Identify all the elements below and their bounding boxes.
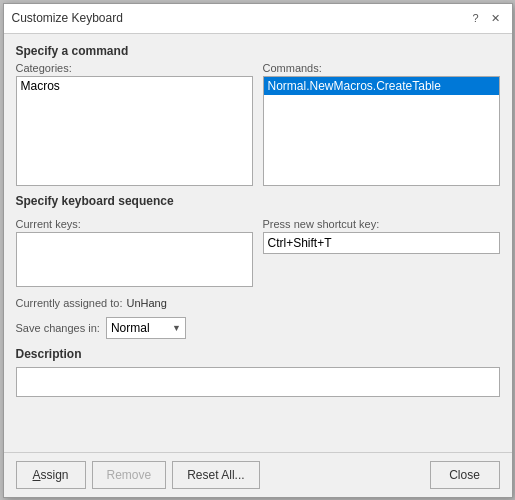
reset-all-button[interactable]: Reset All... [172, 461, 259, 489]
shortcut-input[interactable] [263, 232, 500, 254]
press-key-label: Press new shortcut key: [263, 218, 500, 230]
assign-button-label: Assign [32, 468, 68, 482]
close-button[interactable]: ✕ [488, 10, 504, 26]
assigned-value: UnHang [127, 297, 167, 309]
commands-column: Commands: Normal.NewMacros.CreateTable [263, 62, 500, 186]
specify-command-section: Specify a command Categories: Macros Com… [16, 44, 500, 186]
categories-listbox[interactable]: Macros [16, 76, 253, 186]
save-changes-value: Normal [111, 321, 150, 335]
description-section: Description [16, 347, 500, 397]
specify-command-label: Specify a command [16, 44, 500, 58]
current-keys-box [16, 232, 253, 287]
customize-keyboard-dialog: Customize Keyboard ? ✕ Specify a command… [3, 3, 513, 498]
assigned-row: Currently assigned to: UnHang [16, 297, 500, 309]
dialog-title: Customize Keyboard [12, 11, 123, 25]
keyboard-section-label: Specify keyboard sequence [16, 194, 500, 208]
assigned-label: Currently assigned to: [16, 297, 123, 309]
chevron-down-icon: ▼ [172, 323, 181, 333]
keyboard-row: Current keys: Press new shortcut key: [16, 218, 500, 287]
commands-label: Commands: [263, 62, 500, 74]
button-row: Assign Remove Reset All... Close [4, 452, 512, 497]
command-columns: Categories: Macros Commands: Normal.NewM… [16, 62, 500, 186]
commands-item-selected[interactable]: Normal.NewMacros.CreateTable [264, 77, 499, 95]
remove-button[interactable]: Remove [92, 461, 167, 489]
description-box [16, 367, 500, 397]
close-dialog-button[interactable]: Close [430, 461, 500, 489]
current-keys-col: Current keys: [16, 218, 253, 287]
save-row: Save changes in: Normal ▼ [16, 317, 500, 339]
help-button[interactable]: ? [468, 10, 484, 26]
dialog-body: Specify a command Categories: Macros Com… [4, 34, 512, 452]
categories-column: Categories: Macros [16, 62, 253, 186]
save-changes-dropdown[interactable]: Normal ▼ [106, 317, 186, 339]
keyboard-section: Specify keyboard sequence Current keys: … [16, 194, 500, 309]
commands-listbox[interactable]: Normal.NewMacros.CreateTable [263, 76, 500, 186]
current-keys-label: Current keys: [16, 218, 253, 230]
categories-item-macros[interactable]: Macros [17, 77, 252, 95]
categories-label: Categories: [16, 62, 253, 74]
title-bar-icons: ? ✕ [468, 10, 504, 26]
assign-button[interactable]: Assign [16, 461, 86, 489]
description-label: Description [16, 347, 500, 361]
save-label: Save changes in: [16, 322, 100, 334]
title-bar: Customize Keyboard ? ✕ [4, 4, 512, 34]
press-key-col: Press new shortcut key: [263, 218, 500, 254]
